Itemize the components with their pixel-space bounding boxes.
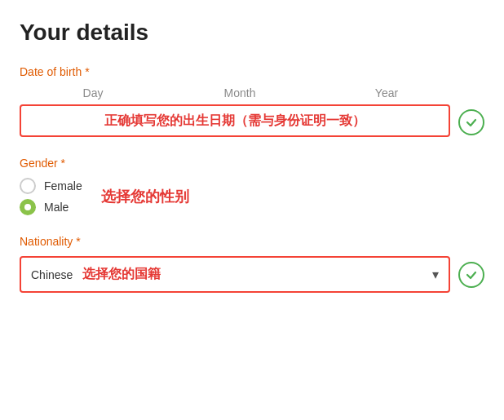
gender-required-star: * — [61, 157, 65, 170]
dob-section: Date of birth * Day Month Year 正确填写您的出生日… — [20, 65, 484, 137]
gender-radio-female[interactable] — [20, 178, 36, 194]
dob-year-input[interactable] — [333, 106, 450, 135]
page-title: Your details — [20, 20, 484, 46]
gender-radio-male[interactable] — [20, 199, 36, 215]
dob-input-wrapper: 正确填写您的出生日期（需与身份证明一致） — [20, 104, 450, 137]
gender-male-label: Male — [44, 201, 69, 214]
dob-check-icon — [458, 109, 484, 135]
nationality-required-star: * — [76, 235, 80, 248]
nationality-section: Nationality * Chinese 选择您的国籍 ▾ — [20, 235, 484, 293]
gender-label: Gender * — [20, 157, 484, 170]
gender-section: Gender * Female Male 选择您的性别 — [20, 157, 484, 215]
gender-female-label: Female — [44, 179, 82, 192]
nationality-check-icon — [458, 262, 484, 288]
dob-label: Date of birth * — [20, 65, 484, 78]
nationality-arrow-icon: ▾ — [432, 267, 439, 282]
dob-col-labels: Day Month Year — [20, 86, 460, 99]
gender-option-female[interactable]: Female — [20, 178, 484, 194]
dob-col-month-label: Month — [166, 86, 313, 99]
nationality-select[interactable]: Chinese 选择您的国籍 ▾ — [20, 256, 450, 293]
dob-month-input[interactable] — [177, 106, 333, 135]
dob-col-day-label: Day — [20, 86, 166, 99]
gender-hint: 选择您的性别 — [101, 187, 189, 206]
gender-option-male[interactable]: Male — [20, 199, 484, 215]
dob-required-star: * — [85, 65, 89, 78]
dob-day-input[interactable] — [21, 106, 177, 135]
nationality-value: Chinese — [31, 268, 73, 281]
nationality-hint: 选择您的国籍 — [82, 266, 161, 283]
gender-options: Female Male 选择您的性别 — [20, 178, 484, 215]
nationality-label: Nationality * — [20, 235, 484, 248]
dob-inputs-row: 正确填写您的出生日期（需与身份证明一致） — [20, 104, 484, 137]
dob-col-year-label: Year — [313, 86, 460, 99]
nationality-select-wrapper: Chinese 选择您的国籍 ▾ — [20, 256, 484, 293]
